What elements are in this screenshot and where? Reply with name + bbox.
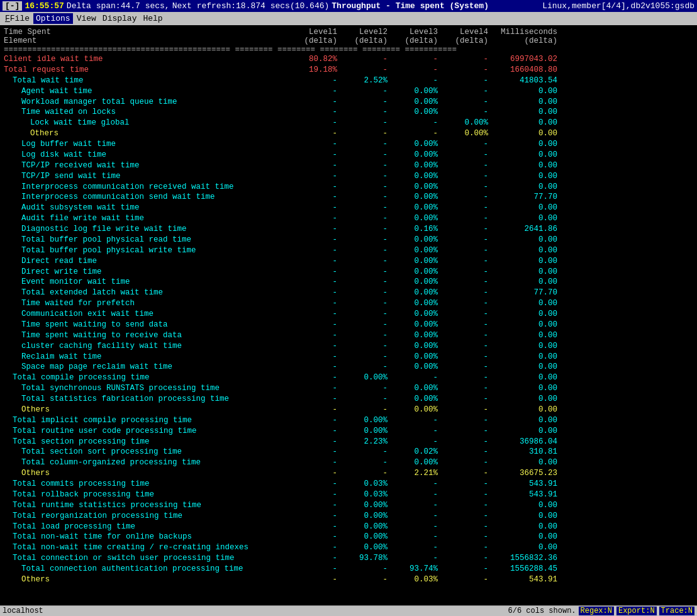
row-value-ms: 36675.23 (488, 468, 557, 479)
row-value-l3: - (388, 426, 438, 437)
row-name: Others (4, 468, 287, 479)
row-value-l1: - (287, 468, 337, 479)
col-level4-label: Level4 (438, 28, 488, 36)
row-value-l2: - (337, 468, 388, 479)
col-l2-delta: (delta) (337, 36, 388, 45)
throughput-label: Throughput - Time spent (System) (332, 1, 489, 11)
table-row: Total routine user code processing time-… (4, 426, 693, 437)
row-value-l2: - (337, 203, 388, 213)
table-row: TCP/IP received wait time--0.00%-0.00 (4, 160, 693, 171)
menu-file[interactable]: FFile (3, 13, 32, 24)
table-row: TCP/IP send wait time--0.00%-0.00 (4, 171, 693, 182)
row-value-l4: - (438, 320, 488, 330)
row-name: Total commits processing time (4, 479, 287, 490)
row-value-l2: - (337, 256, 388, 267)
row-value-l3: - (388, 511, 438, 522)
row-value-ms: 0.00 (488, 532, 557, 542)
row-value-ms: 0.00 (488, 426, 557, 437)
row-value-l2: 0.00% (337, 415, 388, 426)
row-value-ms: 0.00 (488, 107, 557, 118)
row-value-l3: 0.00% (388, 256, 438, 267)
refresh-info: Next refresh:18.874 secs(10.646) (172, 1, 330, 11)
row-value-l2: 93.78% (337, 553, 388, 564)
row-value-l4: - (438, 213, 488, 224)
row-value-l3: - (388, 479, 438, 490)
row-value-ms: 6997043.02 (488, 54, 557, 65)
table-row: Others--0.00%-0.00 (4, 405, 693, 415)
row-name: Total column-organized processing time (4, 457, 287, 468)
regex-status: Regex:N (579, 607, 614, 615)
row-value-l3: 0.00% (388, 182, 438, 193)
row-value-l2: - (337, 171, 388, 182)
row-value-ms: 543.91 (488, 479, 557, 490)
table-row: Direct write time--0.00%-0.00 (4, 267, 693, 277)
row-value-l2: - (337, 128, 388, 139)
row-value-ms: 0.00 (488, 522, 557, 532)
table-row: Total request time19.18%---1660408.80 (4, 65, 693, 76)
row-value-l1: - (287, 574, 337, 585)
row-name: Total compile processing time (4, 372, 287, 383)
row-value-l4: - (438, 298, 488, 309)
row-value-ms: 1556288.45 (488, 564, 557, 574)
row-value-l3: 0.00% (388, 288, 438, 298)
row-value-l4: - (438, 277, 488, 288)
row-name: Total buffer pool physical read time (4, 235, 287, 245)
table-row: Interprocess communication received wait… (4, 182, 693, 193)
table-row: Total connection authentication processi… (4, 564, 693, 574)
row-name: Interprocess communication send wait tim… (4, 192, 287, 203)
row-value-l4: - (438, 171, 488, 182)
row-value-l3: 0.00% (388, 383, 438, 394)
table-row: Total commits processing time-0.03%--543… (4, 479, 693, 490)
row-name: TCP/IP send wait time (4, 171, 287, 182)
row-value-l4: - (438, 383, 488, 394)
row-value-ms: 0.00 (488, 372, 557, 383)
table-row: Total connection or switch user processi… (4, 553, 693, 564)
row-value-l4: - (438, 362, 488, 372)
table-row: Total implicit compile processing time-0… (4, 415, 693, 426)
menu-display[interactable]: Display (100, 13, 140, 24)
menu-view[interactable]: View (74, 13, 99, 24)
content-area: Time Spent Level1 Level2 Level3 Level4 M… (0, 25, 697, 605)
row-value-l4: - (438, 86, 488, 97)
row-value-l4: - (438, 245, 488, 256)
row-name: Total routine user code processing time (4, 426, 287, 437)
row-value-l1: - (287, 86, 337, 97)
status-right: 6/6 cols shown. Regex:N Export:N Trace:N (508, 607, 694, 615)
row-value-l3: - (388, 553, 438, 564)
row-name: Audit subsystem wait time (4, 203, 287, 213)
table-row: Total section processing time-2.23%--369… (4, 437, 693, 447)
row-value-l4: - (438, 405, 488, 415)
menu-help[interactable]: Help (140, 13, 165, 24)
row-value-l2: - (337, 309, 388, 320)
row-value-ms: 0.00 (488, 150, 557, 160)
row-value-l3: - (388, 65, 438, 76)
row-value-l3: 0.00% (388, 192, 438, 203)
table-row: Time waited for prefetch--0.00%-0.00 (4, 298, 693, 309)
col-ms-label: Milliseconds (488, 28, 557, 36)
row-value-l4: 0.00% (438, 118, 488, 128)
table-row: Diagnostic log file write wait time--0.1… (4, 224, 693, 235)
row-value-ms: 543.91 (488, 574, 557, 585)
row-value-l2: - (337, 288, 388, 298)
row-value-ms: 0.00 (488, 267, 557, 277)
row-value-l2: - (337, 383, 388, 394)
row-value-l4: - (438, 457, 488, 468)
row-value-l3: 0.00% (388, 213, 438, 224)
row-value-ms: 0.00 (488, 171, 557, 182)
row-value-ms: 310.81 (488, 447, 557, 457)
row-value-l2: - (337, 192, 388, 203)
row-value-l2: - (337, 320, 388, 330)
row-name: Interprocess communication received wait… (4, 182, 287, 193)
row-name: Total statistics fabrication processing … (4, 394, 287, 405)
row-value-ms: 0.00 (488, 405, 557, 415)
row-value-l4: - (438, 203, 488, 213)
app: [-] 16:55:57 Delta span:44.7 secs, Next … (0, 0, 697, 616)
row-value-l2: - (337, 394, 388, 405)
row-value-l3: 0.00% (388, 267, 438, 277)
row-value-l3: - (388, 500, 438, 511)
row-value-l4: - (438, 256, 488, 267)
window-control[interactable]: [-] (3, 1, 22, 11)
row-value-l1: - (287, 160, 337, 171)
menu-options[interactable]: Options (33, 13, 73, 24)
table-row: Total column-organized processing time--… (4, 457, 693, 468)
